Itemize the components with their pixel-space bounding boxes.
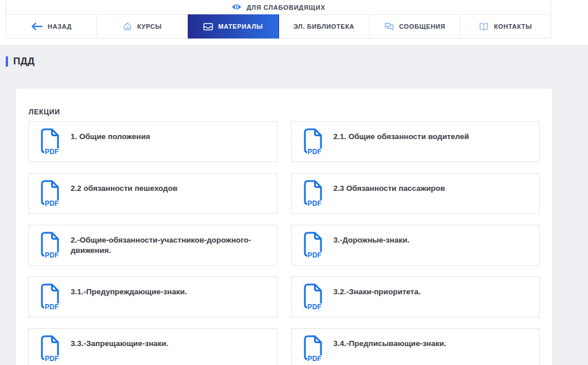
home-icon bbox=[123, 22, 132, 31]
pdf-badge: PDF bbox=[44, 148, 60, 155]
lecture-title: 2.3 Обязанности пассажиров bbox=[334, 183, 446, 194]
tab-label: СООБЩЕНИЯ bbox=[399, 23, 445, 30]
lecture-title: 1. Общие положения bbox=[71, 132, 150, 142]
section-heading: ЛЕКЦИИ bbox=[29, 108, 540, 116]
lecture-card[interactable]: PDF 2.-Общие-обязанности-участников-доро… bbox=[28, 225, 277, 266]
page-title: ПДД bbox=[13, 56, 34, 67]
lecture-card[interactable]: PDF 2.2 обязанности пешеходов bbox=[28, 173, 277, 214]
pdf-badge: PDF bbox=[307, 355, 323, 362]
lecture-title: 2.-Общие-обязанности-участников-дорожног… bbox=[71, 235, 269, 255]
lecture-title: 2.1. Общие обязанности водителей bbox=[334, 132, 469, 142]
page-title-row: ПДД bbox=[0, 45, 588, 67]
book-icon bbox=[479, 22, 489, 31]
lecture-title: 3.4.-Предписывающие-знаки. bbox=[334, 339, 447, 349]
lecture-title: 3.2.-Знаки-приоритета. bbox=[334, 287, 421, 297]
pdf-file-icon: PDF bbox=[303, 335, 323, 362]
tab-messages[interactable]: СООБЩЕНИЯ bbox=[370, 15, 461, 38]
pdf-file-icon: PDF bbox=[303, 232, 323, 259]
lecture-card[interactable]: PDF 1. Общие положения bbox=[28, 121, 277, 162]
lecture-card[interactable]: PDF 3.3.-Запрещающие-знаки. bbox=[28, 328, 277, 365]
pdf-file-icon: PDF bbox=[40, 180, 60, 207]
tab-back[interactable]: НАЗАД bbox=[6, 15, 97, 38]
pdf-badge: PDF bbox=[307, 303, 323, 310]
lecture-card[interactable]: PDF 2.1. Общие обязанности водителей bbox=[291, 121, 540, 162]
lecture-card[interactable]: PDF 2.3 Обязанности пассажиров bbox=[291, 173, 540, 214]
arrow-left-icon bbox=[31, 22, 42, 30]
pdf-badge: PDF bbox=[307, 252, 323, 259]
pdf-file-icon: PDF bbox=[303, 128, 323, 155]
tab-elibrary[interactable]: ЭЛ. БИБЛИОТЕКА bbox=[279, 15, 370, 38]
pdf-badge: PDF bbox=[44, 303, 60, 310]
page-content: ПДД ЛЕКЦИИ PDF 1. Общие положения bbox=[0, 45, 588, 365]
pdf-file-icon: PDF bbox=[40, 128, 60, 155]
lecture-card[interactable]: PDF 3.2.-Знаки-приоритета. bbox=[291, 276, 540, 317]
tab-label: КОНТАКТЫ bbox=[494, 23, 532, 30]
lecture-title: 2.2 обязанности пешеходов bbox=[71, 183, 177, 194]
pdf-badge: PDF bbox=[307, 200, 323, 207]
lecture-card[interactable]: PDF 3.-Дорожные-знаки. bbox=[291, 225, 540, 266]
tab-materials[interactable]: МАТЕРИАЛЫ bbox=[188, 14, 278, 39]
pdf-file-icon: PDF bbox=[40, 283, 60, 310]
accessibility-label: ДЛЯ СЛАБОВИДЯЩИХ bbox=[246, 4, 325, 11]
materials-panel: ЛЕКЦИИ PDF 1. Общие положения bbox=[16, 88, 552, 365]
pdf-file-icon: PDF bbox=[303, 283, 323, 310]
main-nav: НАЗАД КУРСЫ МАТЕРИАЛЫ ЭЛ. БИБЛИОТЕКА bbox=[6, 14, 551, 39]
pdf-file-icon: PDF bbox=[303, 180, 323, 207]
accessibility-strip: ДЛЯ СЛАБОВИДЯЩИХ bbox=[6, 0, 551, 14]
pdf-file-icon: PDF bbox=[40, 335, 60, 362]
tab-label: ЭЛ. БИБЛИОТЕКА bbox=[293, 23, 354, 30]
pdf-badge: PDF bbox=[44, 200, 60, 207]
lecture-title: 3.1.-Предупреждающие-знаки. bbox=[71, 287, 187, 297]
pdf-badge: PDF bbox=[307, 148, 323, 155]
lectures-grid: PDF 1. Общие положения PDF 2.1. Общие об… bbox=[28, 121, 540, 365]
tab-courses[interactable]: КУРСЫ bbox=[97, 15, 188, 38]
envelope-icon bbox=[203, 23, 213, 30]
pdf-badge: PDF bbox=[44, 252, 60, 259]
lecture-card[interactable]: PDF 3.1.-Предупреждающие-знаки. bbox=[28, 276, 277, 317]
accessibility-mode-link[interactable]: ДЛЯ СЛАБОВИДЯЩИХ bbox=[231, 3, 325, 11]
title-accent-bar bbox=[6, 56, 8, 67]
eye-icon bbox=[231, 3, 242, 11]
pdf-badge: PDF bbox=[44, 355, 60, 362]
header: ДЛЯ СЛАБОВИДЯЩИХ НАЗАД КУРСЫ bbox=[0, 0, 588, 45]
tab-contacts[interactable]: КОНТАКТЫ bbox=[461, 15, 551, 38]
tab-label: КУРСЫ bbox=[137, 23, 162, 30]
pdf-file-icon: PDF bbox=[40, 232, 60, 259]
tab-label: МАТЕРИАЛЫ bbox=[218, 23, 263, 30]
lecture-card[interactable]: PDF 3.4.-Предписывающие-знаки. bbox=[291, 328, 540, 365]
tab-label: НАЗАД bbox=[48, 23, 72, 30]
lecture-title: 3.3.-Запрещающие-знаки. bbox=[71, 339, 168, 349]
lecture-title: 3.-Дорожные-знаки. bbox=[334, 235, 410, 245]
chat-icon bbox=[384, 22, 394, 31]
